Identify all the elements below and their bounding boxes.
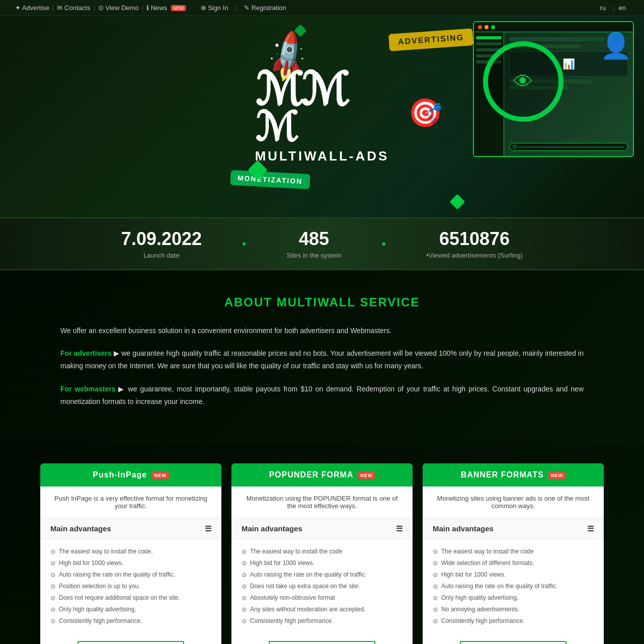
banner-feature-4: ⚙Only high quality advertising.	[433, 592, 594, 604]
popunder-feature-icon-6: ⚙	[242, 618, 247, 625]
lang-ru[interactable]: ru	[600, 4, 606, 12]
push-feature-1: ⚙High bid for 1000 views.	[50, 557, 211, 569]
push-feature-6: ⚙Consistently high performance.	[50, 615, 211, 627]
sep3: |	[142, 4, 143, 12]
formats-section: Push-InPage NEW Push InPage is a very ef…	[0, 443, 644, 644]
nav-advertise[interactable]: ✦ Advertise	[15, 4, 49, 12]
advertisers-label: For advertisers	[60, 349, 111, 357]
about-intro: We offer an excellent business solution …	[60, 325, 584, 337]
stat-launch-date: 7.09.2022 Launch date	[121, 228, 202, 259]
about-advertisers: For advertisers ▶ we guarantee high qual…	[60, 347, 584, 372]
push-list-icon: ☰	[205, 524, 211, 533]
nav-view-demo[interactable]: ⊙ View Demo	[98, 4, 139, 12]
format-card-push: Push-InPage NEW Push InPage is a very ef…	[40, 463, 221, 644]
formats-wrapper: Push-InPage NEW Push InPage is a very ef…	[30, 463, 614, 644]
banner-connect-button[interactable]: CONNECT SITE	[460, 641, 567, 644]
hero-section: ℳℳ ℳ MULTIWALL-ADS	[0, 16, 644, 217]
popunder-badge-new: NEW	[358, 472, 375, 479]
push-card-desc: Push InPage is a very effective format f…	[40, 487, 221, 518]
banner-feature-0: ⚙The easiest way to install the code	[433, 546, 594, 557]
format-card-banner: BANNER FORMATS NEW Monetizing sites usin…	[423, 463, 604, 644]
push-card-header: Push-InPage NEW	[40, 463, 221, 487]
stat-separator-1: •	[242, 237, 246, 251]
monetization-badge: MONETIZATION	[230, 170, 310, 189]
popunder-feature-1: ⚙High bid for 1000 views.	[242, 557, 403, 569]
push-feature-icon-2: ⚙	[50, 572, 56, 579]
popunder-connect-button[interactable]: CONNECT SITE	[269, 641, 375, 644]
banner-feature-6: ⚙Consistently high performance.	[433, 615, 594, 627]
banner-feature-icon-1: ⚙	[433, 560, 438, 567]
gem-icon-2	[449, 194, 465, 209]
sep4: |	[186, 4, 187, 12]
push-header-label: Push-InPage	[93, 470, 147, 479]
banner-list-icon: ☰	[587, 524, 594, 533]
views-value: 6510876	[426, 228, 523, 250]
popunder-feature-6: ⚙Consistently high performance.	[242, 615, 403, 627]
stat-views: 6510876 •Viewed advertisements (Surfing)	[426, 228, 523, 259]
nav-registration[interactable]: ✎ Registration	[244, 4, 286, 12]
push-connect-button[interactable]: CONNECT SITE	[77, 641, 184, 644]
popunder-advantages-label: Main advantages	[242, 524, 302, 533]
lang-sep: |	[613, 4, 614, 12]
popunder-feature-icon-5: ⚙	[242, 606, 247, 613]
push-feature-icon-3: ⚙	[50, 583, 56, 590]
popunder-header-label: POPUNDER FORMA	[269, 470, 353, 479]
banner-feature-2: ⚙High bid for 1000 views.	[433, 569, 594, 581]
advertisers-text: ▶ we guarantee high quality traffic at r…	[60, 349, 584, 370]
push-features-list: ⚙The easiest way to install the code. ⚙H…	[40, 540, 221, 633]
stats-bar: 7.09.2022 Launch date • 485 Sites in the…	[0, 217, 644, 270]
push-feature-icon-4: ⚙	[50, 595, 56, 602]
banner-features-list: ⚙The easiest way to install the code ⚙Wi…	[423, 540, 604, 633]
circle-decoration: 👁	[483, 41, 564, 122]
banner-advantages-bar: Main advantages ☰	[423, 518, 604, 540]
push-feature-5: ⚙Only high quality advertising.	[50, 604, 211, 615]
language-links: ru | en	[600, 4, 629, 12]
banner-feature-icon-3: ⚙	[433, 583, 438, 590]
auth-links: ⊕ Sign In | ✎ Registration	[201, 4, 289, 12]
top-navigation: ✦ Advertise | ✉ Contacts | ⊙ View Demo |…	[0, 0, 644, 16]
stat-separator-2: •	[382, 237, 386, 251]
person-icon: 👤	[600, 31, 631, 60]
nav-contacts[interactable]: ✉ Contacts	[57, 4, 90, 12]
push-feature-icon-1: ⚙	[50, 560, 56, 567]
popunder-feature-0: ⚙The easiest way to install the code	[242, 546, 403, 557]
banner-feature-icon-4: ⚙	[433, 595, 438, 602]
banner-badge-new: NEW	[548, 472, 566, 479]
popunder-advantages-bar: Main advantages ☰	[231, 518, 413, 540]
nav-sign-in[interactable]: ⊕ Sign In	[201, 4, 228, 12]
popunder-feature-3: ⚙Does not take up extra space on the sit…	[242, 581, 403, 592]
push-advantages-label: Main advantages	[50, 524, 111, 533]
lang-en[interactable]: en	[619, 4, 626, 12]
banner-advantages-label: Main advantages	[433, 524, 494, 533]
push-feature-icon-0: ⚙	[50, 548, 56, 555]
banner-feature-3: ⚙Auto raising the rate on the quality of…	[433, 581, 594, 592]
launch-date-label: Launch date	[121, 252, 202, 259]
popunder-feature-4: ⚙Absolutely non-obtrusive format	[242, 592, 403, 604]
about-section: ABOUT MULTIWALL SERVICE We offer an exce…	[0, 270, 644, 443]
monitor-titlebar	[474, 22, 633, 32]
views-label: •Viewed advertisements (Surfing)	[426, 252, 523, 259]
advertising-badge: ADVERTISING	[388, 28, 473, 51]
push-feature-icon-5: ⚙	[50, 606, 56, 613]
push-card-footer: CONNECT SITE	[40, 633, 221, 644]
about-webmasters: For webmasters ▶ we guarantee, most impo…	[60, 383, 584, 408]
push-feature-3: ⚙Position selection is up to you.	[50, 581, 211, 592]
banner-feature-icon-2: ⚙	[433, 572, 438, 579]
popunder-card-header: POPUNDER FORMA NEW	[231, 463, 413, 487]
popunder-card-footer: CONNECT SITE	[231, 633, 413, 644]
push-feature-4: ⚙Does not require additional space on th…	[50, 592, 211, 604]
sites-value: 485	[286, 228, 341, 250]
push-feature-2: ⚙Auto raising the rate on the quality of…	[50, 569, 211, 581]
popunder-features-list: ⚙The easiest way to install the code ⚙Hi…	[231, 540, 413, 633]
stat-sites: 485 Sites in the system	[286, 228, 341, 259]
nav-news[interactable]: ℹ News	[146, 4, 167, 12]
monitor-search-bar	[509, 143, 628, 151]
popunder-feature-icon-1: ⚙	[242, 560, 247, 567]
popunder-feature-2: ⚙Auto raising the rate on the quality of…	[242, 569, 403, 581]
about-title: ABOUT MULTIWALL SERVICE	[60, 295, 584, 309]
sep2: |	[93, 4, 95, 12]
sep5: |	[235, 4, 237, 12]
banner-card-footer: CONNECT SITE	[423, 633, 604, 644]
banner-header-label: BANNER FORMATS	[461, 470, 544, 479]
sep1: |	[52, 4, 54, 12]
